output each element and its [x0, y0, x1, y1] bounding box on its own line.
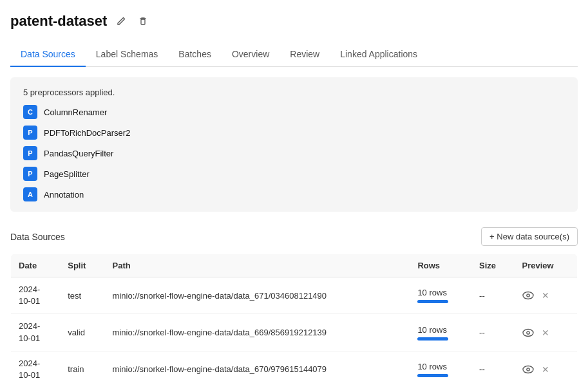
datasources-label: Data Sources [10, 232, 65, 242]
actions-cell-0: ✕ [522, 290, 569, 301]
col-size: Size [471, 254, 514, 277]
row-0-path: minio://snorkel-flow-engine-data/data_67… [105, 277, 410, 314]
svg-point-3 [523, 329, 533, 336]
preprocessor-badge-1: P [23, 126, 37, 140]
col-path: Path [105, 254, 410, 277]
datasources-section: Data Sources + New data source(s) Date S… [10, 227, 578, 388]
row-2-size: -- [471, 351, 514, 387]
pencil-icon [116, 16, 126, 26]
preprocessor-badge-3: P [23, 167, 37, 181]
row-0-split: test [60, 277, 104, 314]
datasources-header: Data Sources + New data source(s) [10, 227, 578, 246]
row-0-actions: ✕ [515, 277, 578, 314]
row-1-split: valid [60, 314, 104, 351]
preview-button-2[interactable] [522, 365, 534, 374]
col-rows: Rows [410, 254, 471, 277]
preprocessor-badge-2: P [23, 146, 37, 160]
row-1-actions: ✕ [515, 314, 578, 351]
new-datasource-button[interactable]: + New data source(s) [481, 227, 578, 246]
page-title: patent-dataset [10, 13, 107, 30]
svg-point-1 [523, 292, 533, 299]
rows-cell-2: 10 rows [417, 362, 464, 377]
delete-row-0-button[interactable]: ✕ [542, 290, 549, 301]
preprocessor-name-4: Annotation [44, 190, 84, 200]
actions-cell-1: ✕ [522, 328, 569, 338]
delete-button[interactable] [135, 14, 151, 29]
row-2-rows: 10 rows [410, 351, 471, 387]
row-0-rows: 10 rows [410, 277, 471, 314]
preprocessor-item-3: P PageSplitter [23, 167, 565, 181]
rows-bar-0 [417, 300, 448, 303]
svg-rect-0 [141, 19, 145, 24]
svg-point-4 [526, 331, 529, 333]
eye-icon [522, 291, 534, 300]
preprocessor-item-0: C ColumnRenamer [23, 105, 565, 119]
rows-bar-2 [417, 374, 448, 377]
actions-cell-2: ✕ [522, 364, 569, 375]
svg-point-2 [526, 294, 529, 297]
preview-button-0[interactable] [522, 291, 534, 300]
preprocessor-badge-4: A [23, 187, 37, 201]
row-2-date: 2024- 10-01 [11, 351, 61, 387]
table-row: 2024- 10-01 test minio://snorkel-flow-en… [11, 277, 578, 314]
preprocessors-box: 5 preprocessors applied. C ColumnRenamer… [10, 77, 578, 212]
rows-bar-1 [417, 337, 448, 341]
row-1-path: minio://snorkel-flow-engine-data/data_66… [105, 314, 410, 351]
edit-button[interactable] [113, 14, 129, 29]
tab-overview[interactable]: Overview [222, 42, 280, 67]
trash-icon [138, 16, 148, 26]
row-1-rows: 10 rows [410, 314, 471, 351]
svg-point-5 [523, 366, 533, 373]
tab-bar: Data Sources Label Schemas Batches Overv… [10, 42, 578, 67]
row-2-actions: ✕ [515, 351, 578, 387]
svg-point-6 [526, 368, 529, 371]
row-0-size: -- [471, 277, 514, 314]
row-2-path: minio://snorkel-flow-engine-data/data_67… [105, 351, 410, 387]
rows-cell-1: 10 rows [417, 325, 464, 341]
datasources-table: Date Split Path Rows Size Preview 2024- … [10, 254, 578, 388]
preprocessor-item-1: P PDFToRichDocParser2 [23, 126, 565, 140]
delete-row-2-button[interactable]: ✕ [542, 364, 549, 375]
preprocessor-name-2: PandasQueryFilter [44, 149, 113, 158]
table-header-row: Date Split Path Rows Size Preview [11, 254, 578, 277]
eye-icon [522, 365, 534, 374]
table-row: 2024- 10-01 train minio://snorkel-flow-e… [11, 351, 578, 387]
row-1-date: 2024- 10-01 [11, 314, 61, 351]
delete-row-1-button[interactable]: ✕ [542, 328, 549, 338]
col-split: Split [60, 254, 104, 277]
col-preview: Preview [515, 254, 578, 277]
row-1-size: -- [471, 314, 514, 351]
rows-count-1: 10 rows [417, 325, 464, 335]
tab-batches[interactable]: Batches [168, 42, 222, 67]
rows-cell-0: 10 rows [417, 288, 464, 303]
tab-data-sources[interactable]: Data Sources [10, 42, 86, 67]
preprocessor-name-1: PDFToRichDocParser2 [44, 128, 130, 138]
page-header: patent-dataset [10, 13, 578, 30]
preprocessor-badge-0: C [23, 105, 37, 119]
preprocessor-name-3: PageSplitter [44, 169, 90, 179]
tab-label-schemas[interactable]: Label Schemas [86, 42, 169, 67]
col-date: Date [11, 254, 61, 277]
preprocessor-name-0: ColumnRenamer [44, 107, 107, 117]
preprocessor-item-4: A Annotation [23, 187, 565, 201]
rows-count-2: 10 rows [417, 362, 464, 371]
rows-count-0: 10 rows [417, 288, 464, 297]
preprocessors-summary: 5 preprocessors applied. [23, 88, 565, 97]
row-2-split: train [60, 351, 104, 387]
row-0-date: 2024- 10-01 [11, 277, 61, 314]
preprocessor-item-2: P PandasQueryFilter [23, 146, 565, 160]
tab-review[interactable]: Review [280, 42, 330, 67]
table-row: 2024- 10-01 valid minio://snorkel-flow-e… [11, 314, 578, 351]
tab-linked-applications[interactable]: Linked Applications [330, 42, 428, 67]
eye-icon [522, 328, 534, 337]
preview-button-1[interactable] [522, 328, 534, 337]
